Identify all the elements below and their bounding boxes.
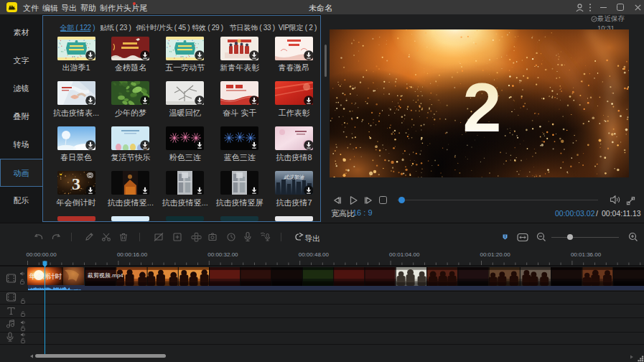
svg-text:武汉加油: 武汉加油 [284, 175, 304, 180]
svg-text:3: 3 [72, 175, 80, 193]
svg-text:裁剪视频.mp4: 裁剪视频.mp4 [87, 272, 123, 279]
svg-text:2: 2 [463, 68, 502, 147]
svg-text:年会倒计时: 年会倒计时 [29, 272, 62, 280]
